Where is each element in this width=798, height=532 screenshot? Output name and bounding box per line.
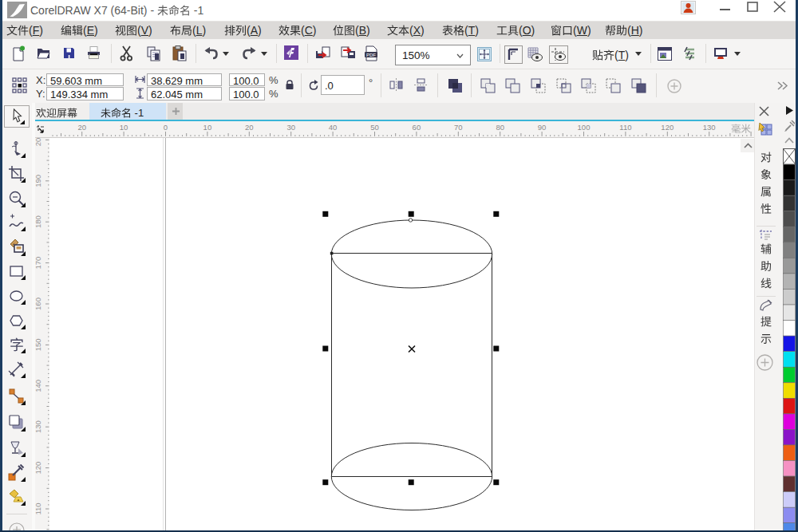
- svg-text:130: 130: [703, 123, 716, 132]
- svg-text:20: 20: [245, 123, 254, 132]
- svg-text:110: 110: [35, 502, 42, 514]
- svg-text:140: 140: [35, 379, 42, 392]
- svg-text:130: 130: [35, 420, 42, 433]
- svg-text:10: 10: [120, 123, 128, 132]
- svg-text:170: 170: [35, 256, 42, 269]
- svg-text:50: 50: [370, 123, 379, 132]
- svg-text:80: 80: [496, 123, 504, 132]
- svg-text:150: 150: [35, 338, 42, 351]
- svg-text:200: 200: [35, 138, 42, 146]
- svg-text:110: 110: [619, 123, 631, 132]
- svg-text:160: 160: [35, 298, 42, 310]
- svg-text:60: 60: [413, 123, 421, 132]
- svg-text:PDF: PDF: [366, 53, 376, 57]
- svg-text:90: 90: [538, 123, 547, 132]
- svg-text:40: 40: [329, 123, 338, 132]
- svg-text:70: 70: [454, 123, 463, 132]
- svg-text:180: 180: [35, 215, 42, 228]
- svg-text:10: 10: [203, 123, 212, 132]
- svg-text:120: 120: [35, 461, 42, 474]
- svg-text:0: 0: [164, 123, 168, 132]
- svg-text:20: 20: [77, 123, 86, 132]
- svg-text:190: 190: [35, 174, 42, 187]
- svg-text:100: 100: [578, 123, 591, 132]
- svg-text:30: 30: [286, 123, 295, 132]
- svg-text:120: 120: [661, 123, 674, 132]
